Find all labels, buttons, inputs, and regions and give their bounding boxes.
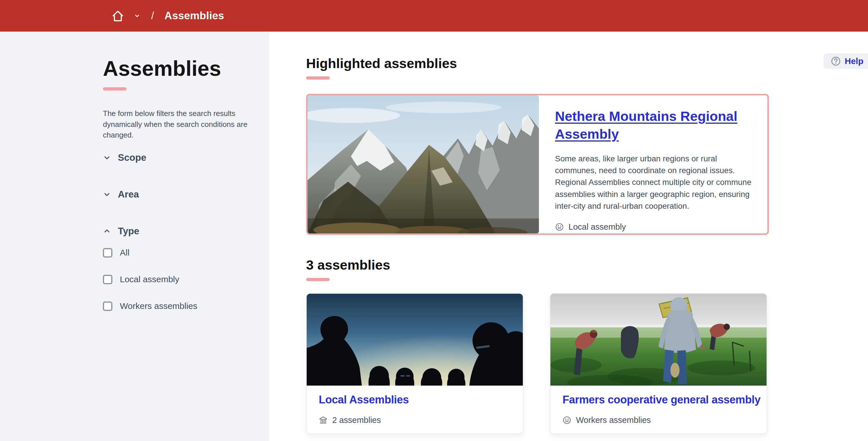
filter-label-area: Area xyxy=(118,189,139,200)
assembly-card-meta: 2 assemblies xyxy=(319,415,511,425)
heading-accent-bar xyxy=(306,278,330,281)
checkbox-workers-assemblies[interactable] xyxy=(103,302,113,311)
count-heading: 3 assemblies xyxy=(306,257,868,273)
type-option-all[interactable]: All xyxy=(103,246,259,259)
assembly-card-meta-label: 2 assemblies xyxy=(332,415,381,425)
assembly-card-meta-label: Workers assemblies xyxy=(576,415,651,425)
checkbox-label: All xyxy=(120,248,129,258)
heading-accent-bar xyxy=(306,76,330,79)
type-options: All Local assembly Workers assemblies xyxy=(103,246,259,312)
question-icon xyxy=(831,56,841,66)
chevron-up-icon xyxy=(103,227,111,235)
assembly-type: Local assembly xyxy=(555,222,756,232)
assembly-image-farmers-field xyxy=(550,294,767,385)
assemblies-list: Local Assemblies xyxy=(306,293,868,434)
checkbox-local-assembly[interactable] xyxy=(103,275,113,284)
card-body: Farmers cooperative general assembly Wor… xyxy=(550,385,767,434)
highlighted-assembly-card[interactable]: Nethera Mountains Regional Assembly Some… xyxy=(306,94,769,235)
assembly-title-link[interactable]: Nethera Mountains Regional Assembly xyxy=(555,108,738,141)
checkbox-all[interactable] xyxy=(103,248,113,258)
assembly-card-title-link[interactable]: Farmers cooperative general assembly xyxy=(562,393,754,407)
home-icon[interactable] xyxy=(111,9,125,23)
assembly-description: Some areas, like larger urban regions or… xyxy=(555,153,756,212)
checkbox-label: Local assembly xyxy=(120,274,179,284)
assembly-type-label: Local assembly xyxy=(568,222,626,232)
filter-section-scope[interactable]: Scope xyxy=(103,151,259,164)
filters-description: The form below filters the search result… xyxy=(103,108,259,141)
chevron-down-icon xyxy=(103,190,111,198)
globe-icon xyxy=(555,223,564,231)
chevron-down-icon[interactable] xyxy=(133,12,141,20)
assembly-image-mountains xyxy=(308,95,539,233)
type-option-local-assembly[interactable]: Local assembly xyxy=(103,273,259,286)
filters-sidebar: Assemblies The form below filters the se… xyxy=(0,32,269,441)
card-body: Local Assemblies xyxy=(307,385,523,434)
filter-label-scope: Scope xyxy=(118,152,146,163)
filter-section-type[interactable]: Type xyxy=(103,225,259,238)
checkbox-label: Workers assemblies xyxy=(120,301,197,311)
filter-label-type: Type xyxy=(118,226,140,237)
chevron-down-icon xyxy=(103,154,111,162)
assembly-image-silhouettes xyxy=(307,294,523,385)
highlighted-heading: Highlighted assemblies xyxy=(306,56,868,71)
assemblies-page: / Assemblies Assemblies The form below f… xyxy=(0,0,868,441)
building-icon xyxy=(319,416,328,425)
page-content: Assemblies The form below filters the se… xyxy=(0,32,868,441)
breadcrumb: / Assemblies xyxy=(111,9,224,23)
help-label: Help xyxy=(845,56,863,66)
title-accent-bar xyxy=(103,87,126,91)
assembly-card-meta: Workers assemblies xyxy=(562,415,754,425)
page-title: Assemblies xyxy=(103,58,259,79)
breadcrumb-current: Assemblies xyxy=(164,10,224,22)
breadcrumb-bar: / Assemblies xyxy=(0,0,868,32)
type-option-workers-assemblies[interactable]: Workers assemblies xyxy=(103,300,259,312)
main-content: Help Highlighted assemblies xyxy=(269,32,868,441)
assembly-card-local-assemblies[interactable]: Local Assemblies xyxy=(306,293,523,434)
globe-icon xyxy=(562,416,571,425)
assembly-card-farmers-cooperative[interactable]: Farmers cooperative general assembly Wor… xyxy=(550,293,767,434)
help-button[interactable]: Help xyxy=(824,54,868,69)
filter-section-area[interactable]: Area xyxy=(103,188,259,201)
breadcrumb-separator: / xyxy=(151,10,154,22)
highlighted-card-body: Nethera Mountains Regional Assembly Some… xyxy=(539,95,767,233)
assembly-card-title-link[interactable]: Local Assemblies xyxy=(319,393,511,407)
